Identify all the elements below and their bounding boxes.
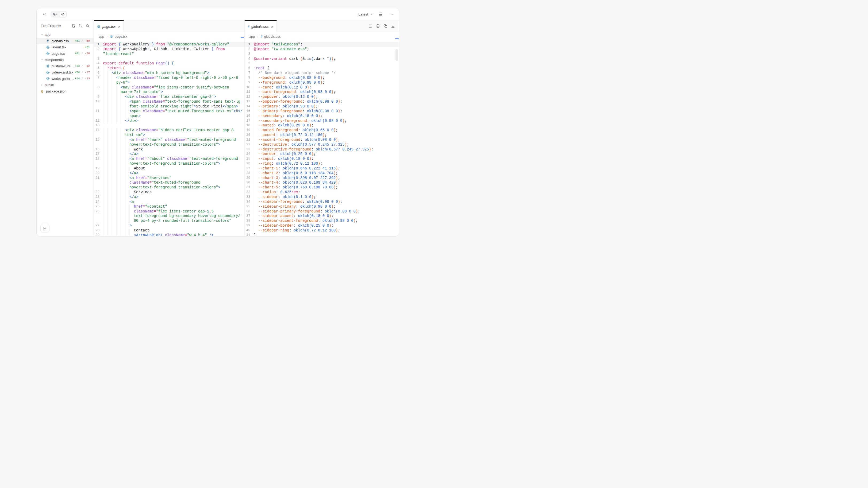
diff-stats: +51 (85, 46, 90, 49)
collapse-panel-button[interactable] (41, 11, 48, 18)
line-number: 30 (245, 181, 254, 185)
v0-code-workspace: Latest File Explorer app#globals.css+51 (36, 8, 399, 236)
code-row: text-foreground bg-secondary hover:bg-se… (94, 214, 244, 219)
css-file-icon: # (47, 39, 49, 43)
line-number: 2 (245, 47, 254, 52)
search-files-button[interactable] (86, 24, 90, 28)
code-row: hover:text-foreground transition-colors"… (94, 185, 244, 190)
code-row: 22 --destructive: oklch(0.577 0.245 27.3… (245, 142, 399, 147)
scrollbar-left[interactable] (241, 33, 244, 235)
tree-file-globals.css[interactable]: #globals.css+51 / -50 (37, 38, 94, 44)
line-number: 41 (245, 233, 254, 236)
new-folder-button[interactable] (79, 24, 83, 28)
line-number: 23 (245, 147, 254, 152)
line-number: 11 (245, 90, 254, 95)
tree-folder-components[interactable]: components (37, 57, 94, 63)
chevron-down-icon (40, 33, 43, 36)
tab-globals-css[interactable]: # globals.css × (245, 20, 277, 32)
close-tab-icon[interactable]: × (117, 25, 120, 29)
code-row: 24 --border: oklch(0.25 0 0); (245, 152, 399, 157)
code-row: 12 </div> (94, 119, 244, 124)
code-row: 7 <header className="fixed top-0 left-0 … (94, 76, 244, 80)
code-row: 7 /* New dark elegant color scheme */ (245, 71, 399, 76)
code-row: 26 --ring: oklch(0.72 0.12 180); (245, 161, 399, 166)
tree-item-label: video-card.tsx (52, 70, 74, 74)
code-mode-button[interactable] (59, 11, 67, 17)
line-number: 21 (94, 176, 103, 181)
view-mode-toggle (51, 11, 67, 18)
tree-file-package.json[interactable]: {}package.json (37, 88, 94, 95)
panel-left-dashed-icon (369, 24, 372, 28)
add-to-file-button[interactable] (376, 24, 380, 28)
code-row: 4@custom-variant dark (&:is(.dark *)); (245, 57, 399, 62)
line-number: 27 (245, 166, 254, 171)
breadcrumb-right: app # globals.css (245, 32, 399, 41)
code-row: 28 Contact (94, 228, 244, 233)
code-row: 19 --muted-foreground: oklch(0.65 0 0); (245, 128, 399, 133)
panel-left-close-icon (43, 226, 47, 230)
eye-icon (53, 12, 57, 16)
code-row: 9 <div className="flex items-center gap-… (94, 95, 244, 99)
code-row: 80 px-4 py-2 rounded-full transition-col… (94, 219, 244, 223)
tree-file-page.tsx[interactable]: page.tsx+81 / -28 (37, 51, 94, 57)
line-number: 3 (94, 57, 103, 62)
code-row: 9 --foreground: oklch(0.98 0 0); (245, 80, 399, 85)
line-number: 13 (94, 123, 103, 128)
preview-mode-button[interactable] (51, 11, 59, 17)
ellipsis-icon (389, 12, 393, 16)
code-row: 20 </a> (94, 171, 244, 176)
new-file-button[interactable] (72, 24, 76, 28)
tree-file-custom-curs[interactable]: custom-curs…+33 / -12 (37, 63, 94, 69)
line-number: 38 (245, 219, 254, 223)
editor-actions (369, 20, 399, 32)
code-row: 33 --sidebar: oklch(0.1 0 0); (245, 195, 399, 200)
code-editor-globals-css[interactable]: 1@import "tailwindcss";2@import "tw-anim… (245, 41, 399, 236)
code-row: 29 <ArrowUpRight className="w-4 h-4" /> (94, 233, 244, 236)
line-number (94, 114, 103, 119)
download-button[interactable] (391, 24, 395, 28)
close-tab-icon[interactable]: × (270, 25, 273, 29)
scrollbar-right[interactable] (395, 33, 399, 235)
chevron-right-icon (40, 84, 43, 86)
code-row: 28 --chart-2: oklch(0.6 0.118 184.704); (245, 171, 399, 176)
version-label: Latest (358, 12, 368, 16)
code-row: 36 --sidebar-primary-foreground: oklch(0… (245, 209, 399, 214)
tree-file-layout.tsx[interactable]: layout.tsx+51 (37, 44, 94, 51)
tab-page-tsx[interactable]: page.tsx × (94, 20, 124, 32)
line-number (94, 161, 103, 166)
code-row: 25 --input: oklch(0.18 0 0); (245, 157, 399, 161)
version-selector[interactable]: Latest (358, 12, 373, 16)
code-row: 23 --destructive-foreground: oklch(0.577… (245, 147, 399, 152)
file-tree: app#globals.css+51 / -50layout.tsx+51pag… (37, 32, 94, 94)
line-number: 32 (245, 190, 254, 195)
panel-bottom-toggle-button[interactable] (377, 11, 384, 18)
collapse-sidebar-button[interactable] (40, 224, 50, 233)
line-number: 31 (245, 185, 254, 190)
chevron-right-icon (105, 35, 108, 38)
copy-code-button[interactable] (383, 24, 388, 28)
code-editor-page-tsx[interactable]: 1import { WorksGallery } from "@/compone… (94, 41, 244, 236)
code-row: 35 --sidebar-primary: oklch(0.98 0 0); (245, 204, 399, 209)
scrollbar-thumb[interactable] (396, 49, 398, 61)
tree-folder-public[interactable]: public (37, 82, 94, 88)
file-explorer-title: File Explorer (41, 24, 72, 28)
code-row: 8 --background: oklch(0.08 0 0); (245, 76, 399, 80)
split-panel-button[interactable] (369, 24, 372, 28)
tree-folder-app[interactable]: app (37, 32, 94, 38)
line-number: 8 (94, 85, 103, 90)
diff-marker (395, 38, 399, 39)
line-number: 2 (94, 47, 103, 52)
line-number: 18 (245, 123, 254, 128)
more-options-button[interactable] (388, 11, 395, 18)
chevron-down-icon (40, 58, 43, 61)
file-explorer-header: File Explorer (37, 20, 94, 30)
tree-file-works-galler[interactable]: works-galler…+24 / -13 (37, 76, 94, 82)
line-number: 11 (94, 109, 103, 114)
code-row: 41} (245, 233, 399, 236)
line-number: 15 (245, 109, 254, 114)
code-row: hover:text-foreground transition-colors"… (94, 142, 244, 147)
line-number: 25 (94, 204, 103, 209)
breadcrumb-file: page.tsx (115, 35, 127, 38)
code-row: "lucide-react" (94, 52, 244, 57)
tree-file-video-card.tsx[interactable]: video-card.tsx+76 / -27 (37, 69, 94, 76)
